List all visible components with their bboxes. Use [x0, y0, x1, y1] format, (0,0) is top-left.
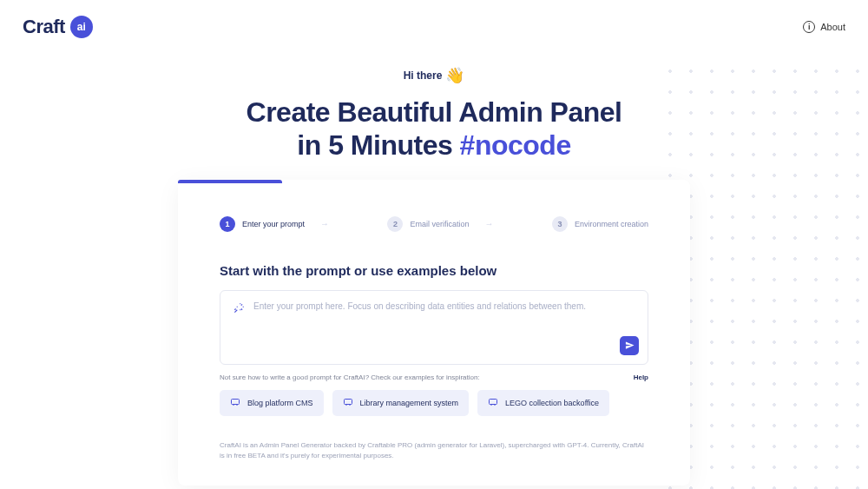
help-text: Not sure how to write a good prompt for …: [220, 373, 480, 381]
hero: Hi there 👋 Create Beautiful Admin Panel …: [0, 66, 868, 162]
chat-icon: [488, 397, 498, 409]
step-label: Environment creation: [575, 220, 648, 228]
step-num: 1: [220, 216, 235, 232]
greeting-text: Hi there: [404, 69, 443, 82]
hero-title-line1: Create Beautiful Admin Panel: [247, 96, 622, 128]
step-2: 2 Email verification →: [387, 216, 493, 232]
hero-title-line2-prefix: in 5 Minutes: [297, 129, 459, 161]
logo[interactable]: Craft ai: [23, 16, 93, 38]
example-chip-blog[interactable]: Blog platform CMS: [220, 390, 324, 416]
chip-label: LEGO collection backoffice: [505, 399, 599, 407]
card-accent: [178, 180, 282, 183]
example-chip-library[interactable]: Library management system: [332, 390, 470, 416]
hero-hashtag: #nocode: [460, 129, 571, 161]
chip-label: Blog platform CMS: [247, 399, 313, 407]
about-label: About: [820, 22, 845, 32]
example-chip-lego[interactable]: LEGO collection backoffice: [477, 390, 609, 416]
svg-rect-0: [232, 399, 240, 404]
chat-icon: [343, 397, 353, 409]
arrow-icon: →: [485, 219, 494, 228]
step-label: Email verification: [410, 220, 469, 228]
help-link[interactable]: Help: [634, 373, 648, 381]
disclaimer: CraftAI is an Admin Panel Generator back…: [220, 440, 648, 461]
step-num: 2: [387, 216, 403, 232]
hero-title: Create Beautiful Admin Panel in 5 Minute…: [0, 96, 868, 162]
step-1: 1 Enter your prompt →: [220, 216, 329, 232]
logo-text: Craft: [23, 16, 65, 38]
about-link[interactable]: i About: [803, 21, 845, 33]
step-3: 3 Environment creation: [552, 216, 648, 232]
send-icon: [625, 340, 635, 350]
step-num: 3: [552, 216, 568, 232]
prompt-input[interactable]: [253, 301, 635, 320]
chip-label: Library management system: [360, 399, 459, 407]
chat-icon: [230, 397, 240, 409]
svg-rect-1: [344, 399, 352, 404]
greeting: Hi there 👋: [0, 66, 868, 85]
prompt-box: [220, 290, 648, 365]
wave-icon: 👋: [445, 66, 464, 85]
examples-row: Blog platform CMS Library management sys…: [220, 390, 648, 416]
logo-badge: ai: [70, 16, 93, 38]
magic-wand-icon: [233, 302, 245, 317]
prompt-section-title: Start with the prompt or use examples be…: [220, 263, 648, 278]
svg-rect-2: [490, 399, 497, 404]
main-card: 1 Enter your prompt → 2 Email verificati…: [178, 180, 690, 486]
arrow-icon: →: [320, 219, 329, 228]
stepper: 1 Enter your prompt → 2 Email verificati…: [220, 216, 648, 232]
step-label: Enter your prompt: [242, 220, 305, 228]
card-wrapper: 1 Enter your prompt → 2 Email verificati…: [178, 180, 690, 486]
send-button[interactable]: [620, 336, 639, 355]
help-row: Not sure how to write a good prompt for …: [220, 373, 648, 381]
info-icon: i: [803, 21, 815, 33]
header: Craft ai i About: [0, 0, 868, 54]
